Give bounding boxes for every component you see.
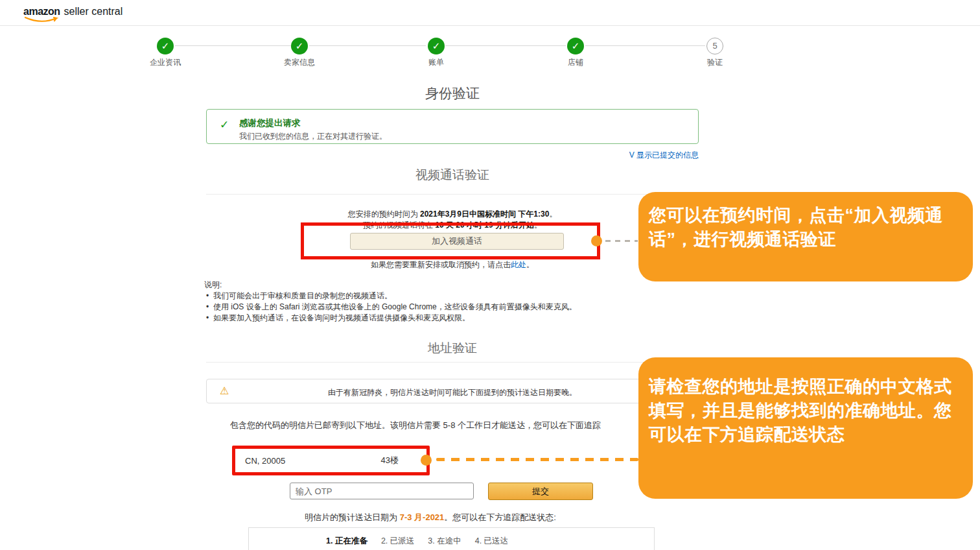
address-country-zip: CN, 20005 bbox=[245, 456, 285, 466]
stepper-connector bbox=[445, 45, 566, 46]
address-card-divider bbox=[206, 362, 699, 363]
amazon-seller-central-logo[interactable]: amazon seller central bbox=[23, 6, 122, 18]
notes-block: 说明: 我们可能会出于审核和质量目的录制您的视频通话。 使用 iOS 设备上的 … bbox=[204, 280, 577, 324]
reschedule-suffix: 。 bbox=[526, 260, 534, 269]
stepper-connector bbox=[309, 45, 426, 46]
step-5-label: 验证 bbox=[676, 57, 754, 68]
appointment-suffix: 。 bbox=[549, 209, 557, 219]
reschedule-prefix: 如果您需要重新安排或取消预约，请点击 bbox=[371, 260, 511, 269]
callout-dashed-line bbox=[436, 458, 638, 461]
covid-warning-banner: ⚠ 由于有新冠肺炎，明信片送达时间可能比下面提到的预计送达日期要晚。 bbox=[206, 379, 699, 403]
page-title: 身份验证 bbox=[206, 84, 699, 102]
delivery-estimate-line: 明信片的预计送达日期为 7-3 月-2021。您可以在下方追踪配送状态: bbox=[206, 512, 655, 523]
notes-title: 说明: bbox=[204, 280, 577, 291]
delivery-date-value: 7-3 月-2021 bbox=[400, 512, 445, 522]
video-card-divider bbox=[206, 194, 699, 195]
amazon-smile-icon bbox=[24, 16, 59, 23]
callout-pointer-dot bbox=[421, 455, 432, 466]
stepper-connector bbox=[585, 45, 705, 46]
annotation-red-box-join-button bbox=[301, 222, 600, 259]
delivery-prefix: 明信片的预计送达日期为 bbox=[305, 512, 400, 522]
show-submitted-info-link[interactable]: V 显示已提交的信息 bbox=[206, 150, 699, 161]
step-2-check-icon[interactable]: ✓ bbox=[291, 38, 308, 54]
top-navbar: amazon seller central bbox=[0, 0, 980, 26]
step-4-label: 店铺 bbox=[537, 57, 614, 68]
step-1-check-icon[interactable]: ✓ bbox=[157, 38, 174, 54]
video-call-section-title: 视频通话验证 bbox=[206, 167, 699, 184]
step-2-label: 卖家信息 bbox=[261, 57, 338, 68]
appointment-prefix: 您安排的预约时间为 bbox=[348, 209, 420, 219]
success-banner: ✓ 感谢您提出请求 我们已收到您的信息，正在对其进行验证。 bbox=[206, 109, 699, 144]
step-4-check-icon[interactable]: ✓ bbox=[567, 38, 584, 54]
address-section-title: 地址验证 bbox=[206, 340, 699, 357]
status-step-dispatched: 2. 已派送 bbox=[381, 536, 414, 547]
status-step-preparing: 1. 正在准备 bbox=[326, 536, 368, 547]
seller-central-logo-text: seller central bbox=[64, 6, 123, 18]
stepper-connector bbox=[175, 45, 291, 46]
status-step-delivered: 4. 已送达 bbox=[475, 536, 508, 547]
note-item: 我们可能会出于审核和质量目的录制您的视频通话。 bbox=[204, 291, 577, 302]
mailing-address-row: CN, 20005 43楼 bbox=[232, 446, 430, 475]
address-floor: 43楼 bbox=[381, 455, 399, 466]
submit-otp-button[interactable]: 提交 bbox=[488, 483, 593, 500]
otp-input[interactable] bbox=[290, 483, 474, 499]
note-item: 如果要加入预约通话，在设备询问时为视频通话提供摄像头和麦克风权限。 bbox=[204, 313, 577, 324]
callout-pointer-dot bbox=[591, 235, 602, 246]
identity-verification-page: amazon seller central ✓ 企业资讯 ✓ 卖家信息 ✓ 账单… bbox=[0, 0, 980, 550]
reschedule-here-link[interactable]: 此处 bbox=[511, 260, 526, 269]
success-banner-title: 感谢您提出请求 bbox=[239, 117, 301, 129]
success-check-icon: ✓ bbox=[220, 118, 229, 132]
step-3-label: 账单 bbox=[397, 57, 475, 68]
postcard-info-text: 包含您的代码的明信片已邮寄到以下地址。该明信片需要 5-8 个工作日才能送达，您… bbox=[230, 420, 645, 431]
step-3-check-icon[interactable]: ✓ bbox=[428, 38, 445, 54]
step-5-number-badge[interactable]: 5 bbox=[706, 38, 723, 54]
address-annotation-callout: 请检查您的地址是按照正确的中文格式填写，并且是能够找到的准确地址。您可以在下方追… bbox=[638, 357, 973, 499]
delivery-suffix: 。您可以在下方追踪配送状态: bbox=[444, 512, 556, 522]
status-step-in-transit: 3. 在途中 bbox=[428, 536, 461, 547]
appointment-time-line: 您安排的预约时间为 2021年3月9日中国标准时间 下午1:30。 bbox=[206, 209, 699, 220]
delivery-status-steps: 1. 正在准备 2. 已派送 3. 在途中 4. 已送达 bbox=[326, 536, 508, 547]
step-1-label: 企业资讯 bbox=[126, 57, 204, 68]
appointment-time-value: 2021年3月9日中国标准时间 下午1:30 bbox=[420, 209, 549, 219]
warning-text: 由于有新冠肺炎，明信片送达时间可能比下面提到的预计送达日期要晚。 bbox=[207, 387, 698, 398]
callout-dashed-line bbox=[605, 240, 638, 242]
reschedule-line: 如果您需要重新安排或取消预约，请点击此处。 bbox=[206, 259, 699, 270]
video-call-annotation-callout: 您可以在预约时间，点击“加入视频通话”，进行视频通话验证 bbox=[638, 192, 973, 281]
success-banner-message: 我们已收到您的信息，正在对其进行验证。 bbox=[239, 131, 387, 142]
note-item: 使用 iOS 设备上的 Safari 浏览器或其他设备上的 Google Chr… bbox=[204, 302, 577, 313]
